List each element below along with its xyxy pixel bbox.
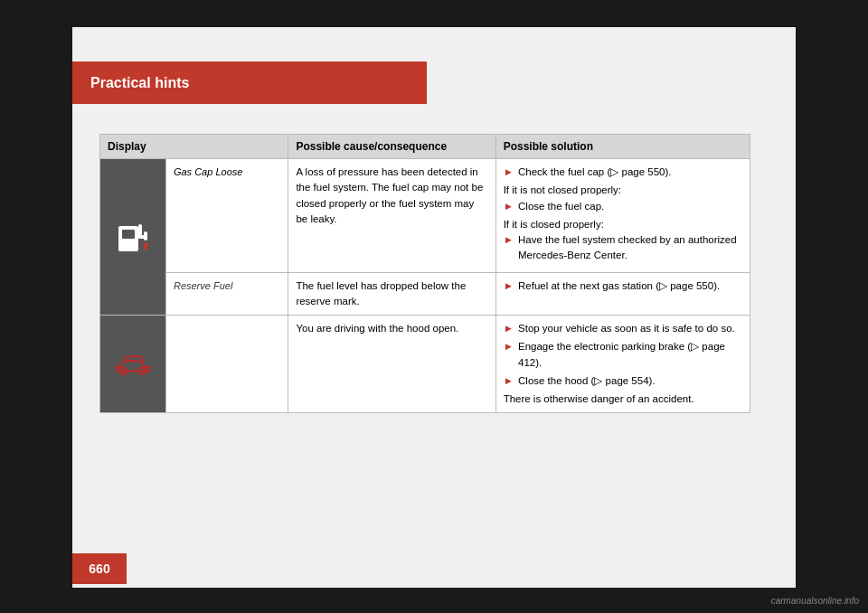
col-cause: Possible cause/consequence (288, 135, 495, 159)
content-table: Display Possible cause/consequence Possi… (99, 134, 750, 413)
solution-text: Close the hood (▷ page 554). (518, 373, 656, 389)
fuel-pump-icon (113, 217, 153, 257)
hood-icon-cell (100, 316, 166, 413)
display-name-cell: Gas Cap Loose (165, 159, 288, 273)
solution-text: If it is not closed properly: (504, 183, 742, 198)
hood-open-icon (113, 351, 153, 378)
svg-marker-5 (142, 242, 149, 250)
bullet-icon: ► (504, 339, 514, 354)
solution-text: Refuel at the next gas station (▷ page 5… (518, 278, 720, 294)
solution-text: Close the fuel cap. (518, 199, 604, 214)
solution-item: ► Stop your vehicle as soon as it is saf… (504, 321, 742, 336)
solution-item: ► Have the fuel system checked by an aut… (504, 232, 742, 264)
page-number: 660 (89, 561, 109, 576)
bullet-icon: ► (504, 373, 514, 389)
section-header: Practical hints (72, 61, 427, 104)
bullet-icon: ► (504, 232, 514, 248)
solution-cell: ► Check the fuel cap (▷ page 550). If it… (495, 159, 750, 273)
solution-text: If it is closed properly: (504, 217, 742, 232)
table-row: You are driving with the hood open. ► St… (100, 316, 750, 413)
solution-text: Stop your vehicle as soon as it is safe … (518, 321, 735, 336)
table-row: Reserve Fuel The fuel level has dropped … (100, 272, 750, 316)
col-solution: Possible solution (495, 135, 750, 159)
cause-cell: A loss of pressure has been detected in … (288, 159, 495, 273)
fuel-icon-cell (100, 159, 166, 316)
solution-item: ► Close the fuel cap. (504, 199, 742, 214)
svg-rect-1 (122, 230, 135, 239)
display-name-cell: Reserve Fuel (165, 272, 288, 316)
svg-rect-4 (144, 231, 147, 240)
display-label: Reserve Fuel (174, 280, 232, 291)
solution-cell: ► Stop your vehicle as soon as it is saf… (495, 316, 750, 413)
solution-item: ► Refuel at the next gas station (▷ page… (504, 278, 742, 294)
solution-item: ► Check the fuel cap (▷ page 550). (504, 165, 742, 180)
cause-cell: The fuel level has dropped below the res… (288, 272, 495, 316)
display-label: Gas Cap Loose (174, 165, 280, 180)
solution-cell: ► Refuel at the next gas station (▷ page… (495, 272, 750, 316)
bullet-icon: ► (504, 199, 514, 214)
solution-item: ► Close the hood (▷ page 554). (504, 373, 742, 389)
page-number-box: 660 (72, 553, 127, 584)
solution-text: Check the fuel cap (▷ page 550). (518, 165, 671, 180)
bullet-icon: ► (504, 165, 514, 180)
solution-text: There is otherwise danger of an accident… (504, 391, 742, 407)
svg-rect-2 (138, 224, 142, 237)
section-title: Practical hints (90, 75, 189, 91)
table-row: Gas Cap Loose A loss of pressure has bee… (100, 159, 750, 273)
bullet-icon: ► (504, 278, 514, 294)
solution-text: Engage the electronic parking brake (▷ p… (518, 339, 742, 371)
data-table: Display Possible cause/consequence Possi… (99, 134, 750, 413)
solution-text: Have the fuel system checked by an autho… (518, 232, 742, 264)
watermark: carmanualsonline.info (771, 596, 859, 606)
bullet-icon: ► (504, 321, 514, 336)
col-display: Display (100, 135, 288, 159)
cause-cell: You are driving with the hood open. (288, 316, 495, 413)
solution-item: ► Engage the electronic parking brake (▷… (504, 339, 742, 371)
display-name-cell (165, 316, 288, 413)
